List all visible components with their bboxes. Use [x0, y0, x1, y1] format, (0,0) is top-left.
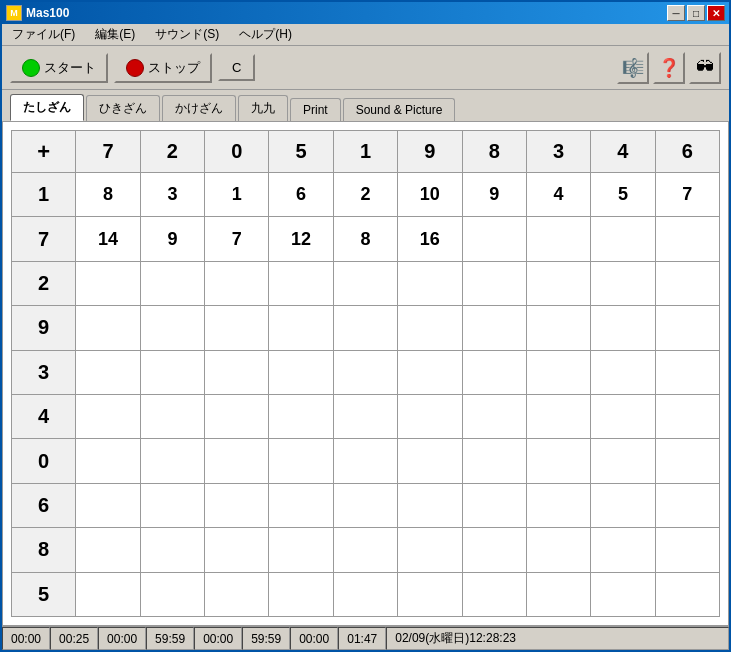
cell-9-3[interactable]	[269, 572, 333, 616]
cell-0-3[interactable]: 6	[269, 173, 333, 217]
cell-5-4[interactable]	[333, 394, 397, 438]
cell-5-0[interactable]	[76, 394, 140, 438]
cell-9-2[interactable]	[205, 572, 269, 616]
cell-3-6[interactable]	[462, 306, 526, 350]
cell-7-3[interactable]	[269, 483, 333, 527]
cell-2-5[interactable]	[398, 261, 462, 305]
cell-5-8[interactable]	[591, 394, 655, 438]
cell-1-9[interactable]	[655, 217, 719, 261]
cell-9-8[interactable]	[591, 572, 655, 616]
cell-6-8[interactable]	[591, 439, 655, 483]
cell-2-4[interactable]	[333, 261, 397, 305]
cell-7-7[interactable]	[526, 483, 590, 527]
cell-3-0[interactable]	[76, 306, 140, 350]
cell-9-0[interactable]	[76, 572, 140, 616]
menu-help[interactable]: ヘルプ(H)	[233, 24, 298, 45]
cell-3-2[interactable]	[205, 306, 269, 350]
glasses-icon-button[interactable]: 🕶	[689, 52, 721, 84]
cell-6-7[interactable]	[526, 439, 590, 483]
cell-9-1[interactable]	[140, 572, 204, 616]
stop-button[interactable]: ストップ	[114, 53, 212, 83]
tab-kuku[interactable]: 九九	[238, 95, 288, 121]
cell-0-7[interactable]: 4	[526, 173, 590, 217]
cell-4-9[interactable]	[655, 350, 719, 394]
cell-4-3[interactable]	[269, 350, 333, 394]
cell-8-2[interactable]	[205, 528, 269, 572]
cell-2-8[interactable]	[591, 261, 655, 305]
cell-2-6[interactable]	[462, 261, 526, 305]
cell-0-9[interactable]: 7	[655, 173, 719, 217]
cell-5-7[interactable]	[526, 394, 590, 438]
cell-8-6[interactable]	[462, 528, 526, 572]
cell-3-3[interactable]	[269, 306, 333, 350]
cell-7-5[interactable]	[398, 483, 462, 527]
cell-8-5[interactable]	[398, 528, 462, 572]
cell-1-7[interactable]	[526, 217, 590, 261]
cell-6-2[interactable]	[205, 439, 269, 483]
cell-6-1[interactable]	[140, 439, 204, 483]
cell-1-4[interactable]: 8	[333, 217, 397, 261]
help-icon-button[interactable]: ❓	[653, 52, 685, 84]
tab-print[interactable]: Print	[290, 98, 341, 121]
cell-5-1[interactable]	[140, 394, 204, 438]
maximize-button[interactable]: □	[687, 5, 705, 21]
cell-1-2[interactable]: 7	[205, 217, 269, 261]
cell-4-6[interactable]	[462, 350, 526, 394]
cell-0-6[interactable]: 9	[462, 173, 526, 217]
close-button[interactable]: ✕	[707, 5, 725, 21]
menu-file[interactable]: ファイル(F)	[6, 24, 81, 45]
cell-7-9[interactable]	[655, 483, 719, 527]
cell-1-6[interactable]	[462, 217, 526, 261]
cell-3-8[interactable]	[591, 306, 655, 350]
tab-kakezan[interactable]: かけざん	[162, 95, 236, 121]
cell-3-9[interactable]	[655, 306, 719, 350]
cell-5-3[interactable]	[269, 394, 333, 438]
cell-3-5[interactable]	[398, 306, 462, 350]
cell-7-4[interactable]	[333, 483, 397, 527]
cell-0-5[interactable]: 10	[398, 173, 462, 217]
cell-7-6[interactable]	[462, 483, 526, 527]
cell-6-3[interactable]	[269, 439, 333, 483]
cell-5-9[interactable]	[655, 394, 719, 438]
cell-0-4[interactable]: 2	[333, 173, 397, 217]
cell-9-9[interactable]	[655, 572, 719, 616]
cell-8-7[interactable]	[526, 528, 590, 572]
cell-2-1[interactable]	[140, 261, 204, 305]
cell-6-5[interactable]	[398, 439, 462, 483]
cell-4-7[interactable]	[526, 350, 590, 394]
tab-sound-picture[interactable]: Sound & Picture	[343, 98, 456, 121]
cell-8-8[interactable]	[591, 528, 655, 572]
cell-3-4[interactable]	[333, 306, 397, 350]
cell-2-2[interactable]	[205, 261, 269, 305]
cell-0-8[interactable]: 5	[591, 173, 655, 217]
cell-1-5[interactable]: 16	[398, 217, 462, 261]
menu-sound[interactable]: サウンド(S)	[149, 24, 225, 45]
cell-4-2[interactable]	[205, 350, 269, 394]
cell-4-5[interactable]	[398, 350, 462, 394]
c-button[interactable]: C	[218, 54, 255, 81]
cell-4-0[interactable]	[76, 350, 140, 394]
cell-9-7[interactable]	[526, 572, 590, 616]
cell-6-4[interactable]	[333, 439, 397, 483]
start-button[interactable]: スタート	[10, 53, 108, 83]
cell-7-0[interactable]	[76, 483, 140, 527]
cell-3-1[interactable]	[140, 306, 204, 350]
cell-8-3[interactable]	[269, 528, 333, 572]
cell-1-3[interactable]: 12	[269, 217, 333, 261]
music-icon-button[interactable]: 🎼	[617, 52, 649, 84]
cell-7-1[interactable]	[140, 483, 204, 527]
cell-5-6[interactable]	[462, 394, 526, 438]
cell-8-4[interactable]	[333, 528, 397, 572]
cell-0-0[interactable]: 8	[76, 173, 140, 217]
cell-9-6[interactable]	[462, 572, 526, 616]
cell-0-2[interactable]: 1	[205, 173, 269, 217]
cell-6-6[interactable]	[462, 439, 526, 483]
minimize-button[interactable]: ─	[667, 5, 685, 21]
cell-9-4[interactable]	[333, 572, 397, 616]
cell-6-9[interactable]	[655, 439, 719, 483]
cell-9-5[interactable]	[398, 572, 462, 616]
cell-4-8[interactable]	[591, 350, 655, 394]
tab-tashizan[interactable]: たしざん	[10, 94, 84, 121]
cell-3-7[interactable]	[526, 306, 590, 350]
cell-6-0[interactable]	[76, 439, 140, 483]
